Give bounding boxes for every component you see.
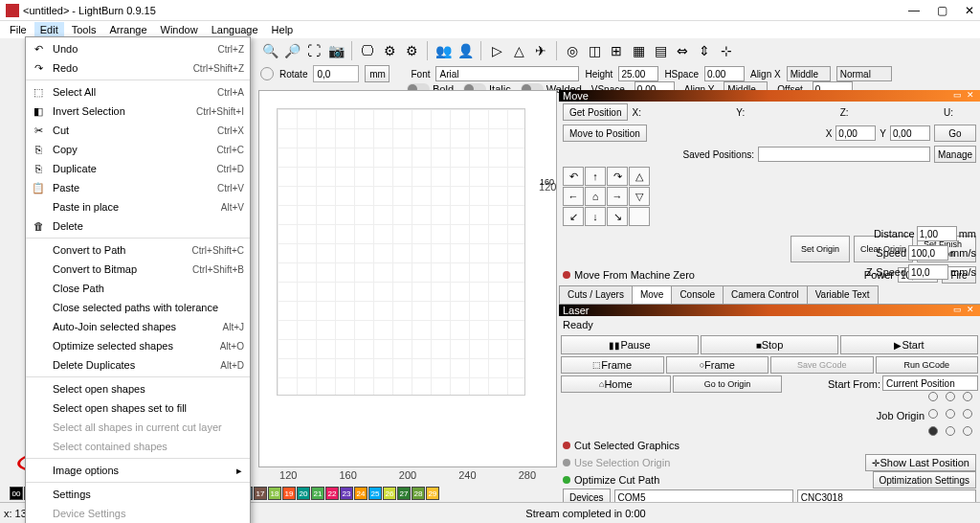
- origin-bc[interactable]: [946, 426, 955, 436]
- swatch-28[interactable]: 28: [412, 487, 425, 500]
- ungroup-icon[interactable]: 👤: [456, 41, 475, 60]
- menu-language[interactable]: Language: [206, 22, 264, 37]
- menu-item-paste-in-place[interactable]: Paste in placeAlt+V: [26, 197, 250, 216]
- align-4-icon[interactable]: ▦: [629, 41, 648, 60]
- tab-vartext[interactable]: Variable Text: [807, 285, 879, 304]
- undock-icon[interactable]: ▭: [951, 305, 963, 316]
- close-button[interactable]: ✕: [965, 4, 974, 17]
- jog-sw[interactable]: ↙: [563, 207, 584, 226]
- maximize-button[interactable]: ▢: [937, 4, 947, 17]
- menu-item-select-open-shapes-set-to-fill[interactable]: Select open shapes set to fill: [26, 398, 250, 418]
- align-2-icon[interactable]: ◫: [585, 41, 604, 60]
- jog-nw[interactable]: ↶: [563, 167, 584, 186]
- saved-positions-combo[interactable]: [758, 147, 930, 162]
- menu-item-duplicate[interactable]: ⎘DuplicateCtrl+D: [26, 159, 250, 178]
- swatch-00[interactable]: 00: [10, 487, 23, 500]
- canvas[interactable]: 120160200240280 160: [258, 90, 557, 467]
- menu-item-redo[interactable]: ↷RedoCtrl+Shift+Z: [26, 58, 250, 78]
- laser-panel-header[interactable]: Laser ▭ ✕: [559, 305, 980, 316]
- pos-grid-icon[interactable]: [260, 67, 274, 80]
- align-3-icon[interactable]: ⊞: [607, 41, 626, 60]
- menu-help[interactable]: Help: [266, 22, 300, 37]
- menu-edit[interactable]: Edit: [34, 22, 64, 37]
- menu-arrange[interactable]: Arrange: [103, 22, 152, 37]
- frame-button[interactable]: ⬚ Frame: [561, 356, 664, 374]
- swatch-24[interactable]: 24: [354, 487, 368, 500]
- tab-cuts[interactable]: Cuts / Layers: [559, 285, 633, 304]
- origin-mc[interactable]: [946, 409, 955, 419]
- swatch-18[interactable]: 18: [268, 487, 281, 500]
- origin-ml[interactable]: [928, 409, 938, 419]
- origin-bl[interactable]: [928, 426, 938, 436]
- camera-icon[interactable]: 📷: [326, 41, 345, 60]
- move-panel-header[interactable]: Move ▭ ✕: [559, 90, 980, 102]
- swatch-22[interactable]: 22: [325, 487, 339, 500]
- jog-down[interactable]: ▽: [629, 187, 650, 206]
- jog-se[interactable]: ↘: [607, 207, 628, 226]
- tab-move[interactable]: Move: [632, 285, 672, 304]
- speed-input[interactable]: [908, 245, 948, 261]
- zoom-in-icon[interactable]: 🔍: [260, 41, 279, 60]
- go-origin-button[interactable]: Go to Origin: [673, 375, 783, 393]
- tab-camera[interactable]: Camera Control: [723, 285, 808, 304]
- go-button[interactable]: Go: [934, 125, 976, 142]
- swatch-26[interactable]: 26: [383, 487, 396, 500]
- swatch-17[interactable]: 17: [254, 487, 267, 500]
- unit-toggle[interactable]: mm: [365, 65, 390, 82]
- align-7-icon[interactable]: ⇕: [695, 41, 714, 60]
- menu-item-paste[interactable]: 📋PasteCtrl+V: [26, 178, 250, 197]
- get-position-button[interactable]: Get Position: [563, 103, 628, 121]
- swatch-21[interactable]: 21: [311, 487, 324, 500]
- align-1-icon[interactable]: ◎: [563, 41, 582, 60]
- font-combo[interactable]: Arial: [435, 66, 579, 81]
- frame2-button[interactable]: ○ Frame: [666, 356, 769, 374]
- home-button[interactable]: ⌂ Home: [561, 375, 671, 393]
- pause-button[interactable]: ▮▮ Pause: [561, 335, 699, 354]
- jog-w[interactable]: ←: [563, 187, 584, 206]
- menu-item-copy[interactable]: ⎘CopyCtrl+C: [26, 140, 250, 159]
- jog-ne[interactable]: ↷: [607, 167, 628, 186]
- menu-item-delete[interactable]: 🗑Delete: [26, 216, 250, 236]
- work-area[interactable]: [277, 108, 525, 396]
- run-gcode-button[interactable]: Run GCode: [876, 356, 979, 374]
- frame-icon[interactable]: ⛶: [304, 41, 323, 60]
- jog-up[interactable]: △: [629, 167, 650, 186]
- menu-item-close-path[interactable]: Close Path: [26, 279, 250, 298]
- swatch-19[interactable]: 19: [282, 487, 296, 500]
- panel-close-icon[interactable]: ✕: [965, 90, 976, 102]
- menu-item-convert-to-bitmap[interactable]: Convert to BitmapCtrl+Shift+B: [26, 260, 250, 279]
- move-to-position-button[interactable]: Move to Position: [563, 125, 647, 142]
- zspeed-input[interactable]: [908, 264, 948, 280]
- menu-item-image-options[interactable]: Image options▸: [26, 461, 250, 480]
- start-button[interactable]: ▶ Start: [840, 335, 978, 354]
- monitor-icon[interactable]: 🖵: [358, 41, 377, 60]
- distance-input[interactable]: [917, 226, 957, 241]
- devicegear-icon[interactable]: ⚙: [402, 41, 421, 60]
- opt-settings-button[interactable]: Optimization Settings: [873, 471, 977, 489]
- start-from-combo[interactable]: Current Position: [882, 375, 978, 391]
- swatch-27[interactable]: 27: [397, 487, 411, 500]
- save-gcode-button[interactable]: Save GCode: [770, 356, 874, 374]
- align-5-icon[interactable]: ▤: [651, 41, 670, 60]
- hspace-input[interactable]: [704, 66, 745, 81]
- swatch-20[interactable]: 20: [297, 487, 310, 500]
- group-icon[interactable]: 👥: [434, 41, 453, 60]
- minimize-button[interactable]: —: [908, 4, 920, 17]
- menu-item-cut[interactable]: ✂CutCtrl+X: [26, 121, 250, 140]
- mirror-h-icon[interactable]: ▷: [487, 41, 506, 60]
- origin-tc[interactable]: [946, 392, 955, 401]
- swatch-23[interactable]: 23: [340, 487, 353, 500]
- y-input[interactable]: [890, 125, 930, 141]
- zoom-out-icon[interactable]: 🔎: [282, 41, 301, 60]
- undock-icon[interactable]: ▭: [951, 90, 963, 102]
- menu-item-select-open-shapes[interactable]: Select open shapes: [26, 379, 250, 398]
- jog-e[interactable]: →: [607, 187, 628, 206]
- jog-s[interactable]: ↓: [585, 207, 606, 226]
- manage-button[interactable]: Manage: [934, 146, 976, 163]
- x-input[interactable]: [835, 125, 876, 141]
- mirror-v-icon[interactable]: △: [509, 41, 528, 60]
- tab-console[interactable]: Console: [671, 285, 724, 304]
- swatch-25[interactable]: 25: [368, 487, 382, 500]
- align-8-icon[interactable]: ⊹: [717, 41, 736, 60]
- menu-file[interactable]: File: [4, 22, 33, 37]
